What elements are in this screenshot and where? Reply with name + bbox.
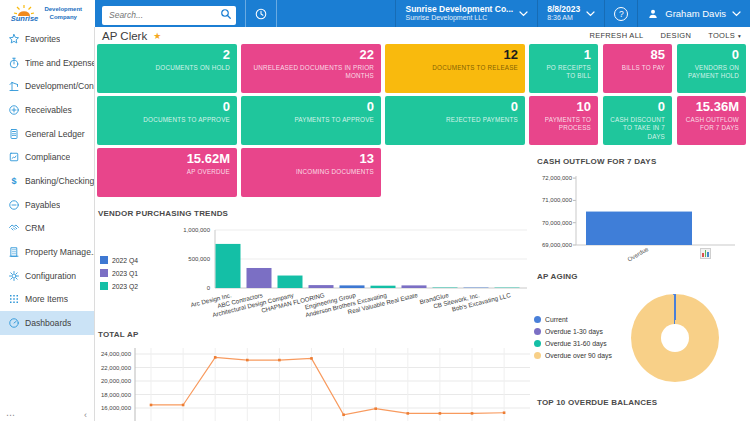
kpi-label: CASH OUTFLOW FOR 7 DAYS [684,116,739,133]
favorite-star-icon[interactable]: ★ [153,31,161,41]
topbar: Sunrise Development Company Sunrise Deve… [0,0,750,27]
kpi-tile-incoming-documents[interactable]: 13INCOMING DOCUMENTS [241,148,381,197]
total-ap-point-10[interactable] [471,412,474,415]
total-ap-point-7[interactable] [374,407,377,410]
vendor-bar-engineering-group[interactable] [340,285,365,288]
sidebar-item-development-con[interactable]: Development/Con... [0,74,94,98]
vendor-bar-architectural-design-company[interactable] [278,276,303,288]
sidebar-item-time-and-expenses[interactable]: Time and Expenses [0,51,94,75]
logo-name: Sunrise [11,15,39,23]
sidebar-item-general-ledger[interactable]: General Ledger [0,122,94,146]
total-ap-point-11[interactable] [503,411,506,414]
action-design[interactable]: DESIGN [661,31,692,40]
sidebar-item-crm[interactable]: CRM [0,217,94,241]
kpi-tile-ap-overdue[interactable]: 15.62MAP OVERDUE [97,148,237,197]
total-ap-point-8[interactable] [407,412,410,415]
ap-aging-donut[interactable] [631,294,719,382]
sidebar-item-configuration[interactable]: Configuration [0,264,94,288]
cash-outflow-bar[interactable] [586,212,692,245]
kpi-tile-vendors-on-payment-hold[interactable]: 0VENDORS ON PAYMENT HOLD [677,44,746,93]
kpi-tile-payments-to-process[interactable]: 10PAYMENTS TO PROCESS [529,96,598,145]
chart-type-icon[interactable] [700,248,711,259]
kpi-tile-cash-outflow-for-7-days[interactable]: 15.36MCASH OUTFLOW FOR 7 DAYS [677,96,746,145]
sidebar-item-favorites[interactable]: Favorites [0,27,94,51]
vendor-bar-abc-contractors[interactable] [247,268,272,288]
user-menu[interactable]: Graham Davis [637,0,750,27]
search-icon[interactable] [220,8,232,20]
kpi-tile-rejected-payments[interactable]: 0REJECTED PAYMENTS [385,96,525,145]
kpi-value: 1 [536,48,591,63]
kpi-label: UNRELEASED DOCUMENTS IN PRIOR MONTHS [248,64,374,81]
top10-overdue-widget-title: TOP 10 OVERDUE BALANCES [537,398,657,407]
sidebar-item-more-items[interactable]: More Items [0,288,94,312]
kpi-label: BILLS TO PAY [610,64,665,73]
sidebar-item-label: Favorites [25,34,60,44]
user-icon [647,8,659,20]
sidebar-item-dashboards[interactable]: Dashboards [0,311,94,335]
vendor-bar-real-valuable-real-estate[interactable] [402,285,427,288]
kpi-tile-documents-to-approve[interactable]: 0DOCUMENTS TO APPROVE [97,96,237,145]
sidebar-item-label: Time and Expenses [25,58,94,68]
kpi-tile-payments-to-approve[interactable]: 0PAYMENTS TO APPROVE [241,96,381,145]
recent-history-button[interactable] [245,0,277,27]
total-ap-point-4[interactable] [278,359,281,362]
help-button[interactable]: ? [604,0,637,27]
kpi-label: REJECTED PAYMENTS [392,116,518,125]
kpi-tile-documents-on-hold[interactable]: 2DOCUMENTS ON HOLD [97,44,237,93]
sidebar-item-label: Development/Con... [25,81,94,91]
kpi-tile-documents-to-release[interactable]: 12DOCUMENTS TO RELEASE [385,44,525,93]
total-ap-point-2[interactable] [214,356,217,359]
total-ap-point-9[interactable] [439,412,442,415]
sidebar-item-payables[interactable]: Payables [0,193,94,217]
chevron-down-icon [519,11,528,17]
sidebar-item-label: Compliance [25,152,70,162]
kpi-tile-po-receipts-to-bill[interactable]: 1PO RECEIPTS TO BILL [529,44,598,93]
y-tick-label: 24,000,000 [101,351,132,357]
collapse-left-icon[interactable]: ‹ [84,410,87,420]
sidebar-item-label: Configuration [25,271,76,281]
vendor-bar-anderson-brothers-excavating[interactable] [371,286,396,288]
sidebar-item-label: More Items [25,294,68,304]
help-icon: ? [614,7,628,21]
business-time: 8:36 AM [547,14,580,23]
total-ap-point-1[interactable] [182,404,185,407]
sidebar-item-receivables[interactable]: Receivables [0,98,94,122]
sidebar-item-label: Property Manage... [25,247,94,257]
kpi-tile-unreleased-documents-in-prior-months[interactable]: 22UNRELEASED DOCUMENTS IN PRIOR MONTHS [241,44,381,93]
company-branch: Sunrise Development LLC [405,14,513,23]
y-tick-label: 500,000 [188,256,210,262]
total-ap-chart: 24,000,00022,000,00020,000,00018,000,000… [95,340,535,421]
page-title: AP Clerk [102,30,147,42]
company-selector[interactable]: Sunrise Development Co... Sunrise Develo… [395,0,537,27]
vendor-bar-chapman-flooring[interactable] [309,285,334,288]
minus-circle-icon [8,199,20,211]
search-input[interactable] [102,6,236,25]
sidebar-item-property-manage[interactable]: Property Manage... [0,240,94,264]
total-ap-point-0[interactable] [150,404,153,407]
sidebar-item-banking-checking[interactable]: $Banking/Checking [0,169,94,193]
legend-dot [534,352,541,359]
vendor-bar-arc-design-inc[interactable] [216,244,241,288]
total-ap-point-3[interactable] [246,359,249,362]
history-clock-icon [254,7,268,21]
total-ap-widget-title: TOTAL AP [98,330,138,339]
ap-aging-widget-title: AP AGING [537,272,578,281]
sidebar-item-label: CRM [25,223,45,233]
action-refresh-all[interactable]: REFRESH ALL [589,31,643,40]
sidebar-item-compliance[interactable]: Compliance [0,145,94,169]
total-ap-point-5[interactable] [310,357,313,360]
kpi-tile-cash-discount-to-take-in-7-days[interactable]: 0CASH DISCOUNT TO TAKE IN 7 DAYS [603,96,672,145]
kpi-tile-bills-to-pay[interactable]: 85BILLS TO PAY [603,44,672,93]
svg-text:$: $ [11,176,16,186]
action-tools[interactable]: TOOLS▾ [708,31,741,40]
y-tick-label: 1,000,000 [183,227,210,233]
sidebar-item-label: Dashboards [25,318,71,328]
more-horizontal-icon[interactable]: ⋯ [6,410,15,420]
chevron-down-icon [732,11,741,17]
kpi-value: 0 [684,48,739,63]
calculator-icon [8,128,20,140]
date-time-selector[interactable]: 8/8/2023 8:36 AM [537,0,604,27]
total-ap-point-6[interactable] [342,413,345,416]
company-logo[interactable]: Sunrise Development Company [0,0,95,27]
star-icon [8,33,20,45]
